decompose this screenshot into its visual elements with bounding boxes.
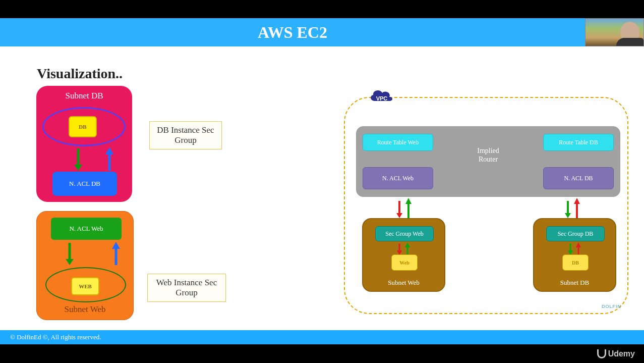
udemy-logo-icon xyxy=(597,349,606,358)
nacl-web-box: N. ACL Web xyxy=(51,218,122,240)
dolfined-watermark: DOLFIN xyxy=(602,304,621,309)
arrow-down-green xyxy=(64,242,75,265)
arrow-down-green xyxy=(73,147,84,171)
arrows-secgroup-instance-web xyxy=(394,242,415,255)
arrows-router-subnet-web xyxy=(394,198,415,218)
svg-marker-7 xyxy=(112,242,120,249)
implied-router-label-line2: Router xyxy=(479,155,498,163)
subnet-web-caption-right: Subnet Web xyxy=(363,279,444,287)
copyright-text: © DolfinEd ©, All rights reserved. xyxy=(10,333,101,341)
letterbox-top xyxy=(0,0,644,18)
presenter-webcam-thumbnail xyxy=(585,18,644,46)
arrows-secgroup-instance-db xyxy=(565,242,586,255)
db-sec-group-label: DB Instance Sec Group xyxy=(149,121,222,149)
subnet-db-card: Subnet DB DB N. ACL DB xyxy=(36,86,132,202)
db-instance-small: DB xyxy=(562,254,589,271)
db-instance-box: DB xyxy=(69,116,97,137)
svg-marker-23 xyxy=(576,242,581,247)
sec-group-db-right: Sec Group DB xyxy=(546,226,605,241)
subnet-web-card-right: Sec Group Web Web Subnet Web xyxy=(362,218,445,292)
sec-group-web-right: Sec Group Web xyxy=(375,226,434,241)
nacl-db-right: N. ACL DB xyxy=(543,167,614,189)
svg-marker-15 xyxy=(574,198,580,204)
subnet-web-card: N. ACL Web WEB Subnet Web xyxy=(36,211,134,320)
svg-marker-3 xyxy=(105,147,113,154)
implied-router-label: Implied Router xyxy=(357,147,620,164)
vpc-badge: VPC xyxy=(368,87,394,106)
vpc-badge-text: VPC xyxy=(373,95,390,101)
svg-marker-1 xyxy=(74,165,82,171)
web-instance-box: WEB xyxy=(71,277,99,295)
subnet-db-caption: Subnet DB xyxy=(36,86,132,101)
slide-body: Visualization.. Subnet DB DB N. ACL DB N… xyxy=(0,46,644,330)
subnet-web-caption: Subnet Web xyxy=(37,304,133,315)
nacl-web-right: N. ACL Web xyxy=(363,167,433,189)
svg-marker-11 xyxy=(405,198,412,204)
arrow-up-blue xyxy=(110,242,122,265)
web-sec-group-label: Web Instance Sec Group xyxy=(147,274,226,302)
svg-marker-13 xyxy=(565,213,571,218)
subnet-db-card-right: Sec Group DB DB Subnet DB xyxy=(533,218,616,292)
implied-router-label-line1: Implied xyxy=(477,147,499,154)
arrow-up-blue xyxy=(104,147,115,171)
vpc-container: VPC Route Table Web Route Table DB Impli… xyxy=(344,97,628,314)
presenter-body-placeholder xyxy=(616,38,643,46)
svg-marker-19 xyxy=(405,242,410,247)
svg-marker-9 xyxy=(396,213,402,218)
implied-router-box: Route Table Web Route Table DB Implied R… xyxy=(356,126,620,197)
svg-marker-5 xyxy=(66,259,74,265)
web-instance-small: Web xyxy=(391,254,418,271)
video-player-bottom-bar: Udemy xyxy=(0,345,644,363)
subnet-db-caption-right: Subnet DB xyxy=(534,279,615,287)
nacl-db-box: N. ACL DB xyxy=(52,172,117,196)
arrows-router-subnet-db xyxy=(563,198,583,218)
slide-footer-bar: © DolfinEd ©, All rights reserved. xyxy=(0,330,644,344)
slide-header-title: AWS EC2 xyxy=(258,23,327,42)
udemy-brand-text: Udemy xyxy=(608,349,635,358)
slide-title: Visualization.. xyxy=(37,66,123,82)
slide-header-bar: AWS EC2 xyxy=(0,18,585,46)
